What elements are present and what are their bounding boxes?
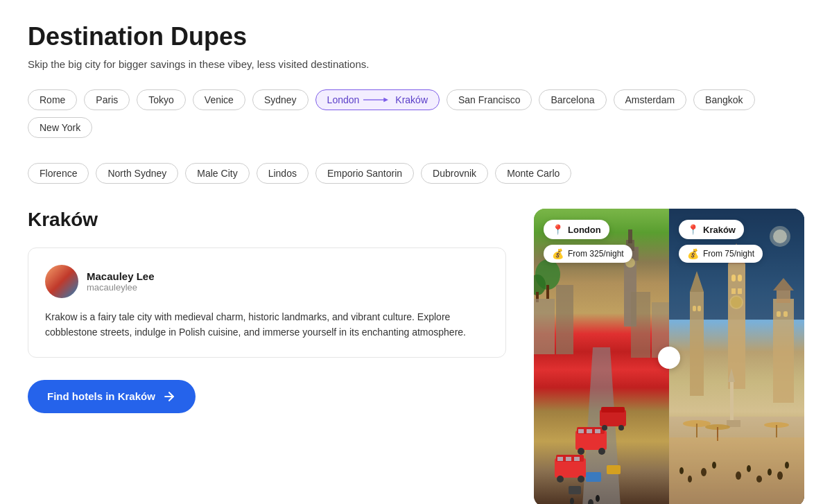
svg-rect-64 bbox=[730, 382, 734, 424]
svg-rect-51 bbox=[738, 288, 742, 294]
svg-rect-12 bbox=[578, 429, 584, 433]
svg-rect-68 bbox=[696, 424, 697, 437]
tag-male-city[interactable]: Male City bbox=[185, 163, 249, 184]
page-subtitle: Skip the big city for bigger savings in … bbox=[28, 58, 804, 70]
main-content: Kraków Macauley Lee macauleylee Krakow i… bbox=[28, 209, 804, 504]
svg-point-16 bbox=[598, 448, 605, 455]
page-title: Destination Dupes bbox=[28, 22, 804, 51]
arrow-line bbox=[363, 96, 391, 104]
svg-point-26 bbox=[602, 425, 607, 431]
svg-rect-19 bbox=[557, 457, 563, 461]
tag-new-york[interactable]: New York bbox=[28, 117, 92, 138]
comparison-divider bbox=[658, 347, 680, 369]
tag-row-2: FlorenceNorth SydneyMale CityLindosEmpor… bbox=[28, 163, 804, 184]
svg-point-23 bbox=[578, 476, 584, 483]
london-price: 💰 From 325/night bbox=[544, 245, 632, 263]
tag-lindos[interactable]: Lindos bbox=[257, 163, 309, 184]
krakow-image: 📍 Kraków 💰 From 75/night bbox=[669, 209, 804, 504]
tag-barcelona[interactable]: Barcelona bbox=[539, 89, 606, 110]
reviewer-info: Macauley Lee macauleylee bbox=[45, 265, 489, 298]
svg-rect-28 bbox=[586, 472, 601, 482]
find-hotels-button[interactable]: Find hotels in Kraków bbox=[28, 380, 196, 413]
left-panel: Kraków Macauley Lee macauleylee Krakow i… bbox=[28, 209, 506, 413]
svg-rect-36 bbox=[556, 285, 573, 354]
svg-rect-25 bbox=[601, 407, 625, 412]
svg-rect-72 bbox=[776, 425, 777, 437]
svg-marker-1 bbox=[384, 98, 389, 103]
tag-monte-carlo[interactable]: Monte Carlo bbox=[495, 163, 571, 184]
svg-point-27 bbox=[618, 425, 624, 431]
tag-paris[interactable]: Paris bbox=[84, 89, 130, 110]
svg-rect-54 bbox=[690, 292, 704, 396]
tag-san-francisco[interactable]: San Francisco bbox=[447, 89, 532, 110]
svg-point-22 bbox=[557, 476, 564, 483]
london-money-icon: 💰 bbox=[552, 248, 564, 259]
svg-rect-29 bbox=[607, 465, 621, 474]
svg-rect-37 bbox=[631, 292, 650, 358]
krakow-label: 📍 Kraków bbox=[679, 220, 744, 239]
svg-rect-7 bbox=[628, 229, 632, 243]
london-pin-icon: 📍 bbox=[552, 224, 564, 235]
svg-point-45 bbox=[773, 229, 787, 243]
reviewer-name: Macauley Lee bbox=[87, 270, 155, 282]
krakow-money-icon: 💰 bbox=[687, 248, 699, 259]
svg-rect-48 bbox=[731, 275, 736, 281]
london-label: 📍 London bbox=[544, 220, 609, 239]
tag-rome[interactable]: Rome bbox=[28, 89, 77, 110]
tag-row-1: RomeParisTokyoVeniceSydneyLondon KrakówS… bbox=[28, 89, 804, 138]
svg-rect-61 bbox=[777, 311, 781, 317]
comparison-panel: 📍 London 💰 From 325/night bbox=[534, 209, 804, 504]
krakow-pin-icon: 📍 bbox=[687, 224, 699, 235]
tag-bangkok[interactable]: Bangkok bbox=[693, 89, 754, 110]
svg-rect-56 bbox=[693, 306, 696, 311]
arrow-right-icon bbox=[162, 390, 176, 403]
review-text: Krakow is a fairy tale city with medieva… bbox=[45, 309, 489, 340]
svg-rect-46 bbox=[728, 264, 745, 389]
tag-dubrovnik[interactable]: Dubrovnik bbox=[421, 163, 488, 184]
krakow-price: 💰 From 75/night bbox=[679, 245, 763, 263]
tag-london[interactable]: London Kraków bbox=[315, 89, 440, 110]
svg-rect-13 bbox=[587, 429, 592, 433]
tag-amsterdam[interactable]: Amsterdam bbox=[614, 89, 687, 110]
svg-rect-20 bbox=[566, 457, 571, 461]
tag-north-sydney[interactable]: North Sydney bbox=[96, 163, 178, 184]
svg-rect-30 bbox=[569, 486, 581, 494]
svg-rect-50 bbox=[731, 288, 736, 294]
svg-rect-32 bbox=[546, 285, 549, 299]
svg-point-53 bbox=[731, 297, 742, 308]
london-image: 📍 London 💰 From 325/night bbox=[534, 209, 669, 504]
svg-rect-35 bbox=[534, 299, 555, 354]
svg-rect-62 bbox=[783, 311, 788, 317]
svg-rect-59 bbox=[777, 290, 790, 303]
tag-tokyo[interactable]: Tokyo bbox=[137, 89, 186, 110]
avatar bbox=[45, 265, 78, 298]
svg-rect-49 bbox=[738, 275, 742, 281]
svg-rect-83 bbox=[669, 437, 804, 504]
svg-point-15 bbox=[578, 448, 584, 455]
reviewer-handle: macauleylee bbox=[87, 282, 155, 293]
destination-title: Kraków bbox=[28, 209, 506, 231]
tag-florence[interactable]: Florence bbox=[28, 163, 89, 184]
tag-venice[interactable]: Venice bbox=[193, 89, 245, 110]
svg-rect-21 bbox=[574, 457, 580, 461]
tag-sydney[interactable]: Sydney bbox=[252, 89, 309, 110]
tag-emporio-santorin[interactable]: Emporio Santorin bbox=[315, 163, 414, 184]
svg-point-40 bbox=[596, 495, 600, 502]
svg-rect-57 bbox=[697, 306, 701, 311]
svg-rect-14 bbox=[595, 429, 600, 433]
review-card: Macauley Lee macauleylee Krakow is a fai… bbox=[28, 247, 506, 358]
